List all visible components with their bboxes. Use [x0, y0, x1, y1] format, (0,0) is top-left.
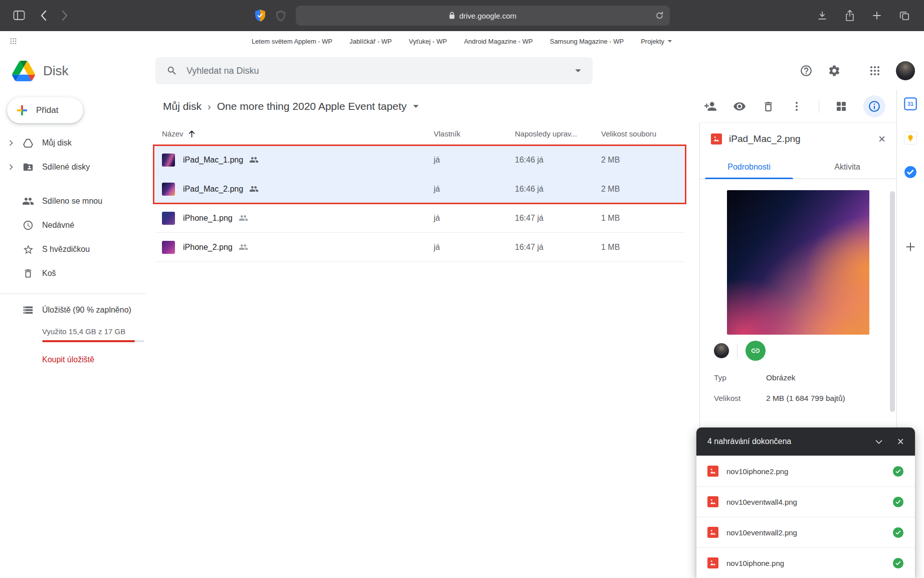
search-input[interactable] — [187, 66, 566, 76]
new-button[interactable]: Přidat — [7, 97, 83, 123]
folder-menu-caret-icon[interactable] — [413, 104, 419, 109]
share-person-add-button[interactable] — [704, 100, 717, 113]
account-avatar[interactable] — [896, 61, 915, 80]
column-header-name[interactable]: Název — [162, 129, 434, 138]
field-row: Velikost 2 MB (1 684 799 bajtů) — [714, 393, 882, 403]
file-preview-image[interactable] — [727, 190, 869, 335]
grid-view-button[interactable] — [835, 100, 847, 112]
sidebar-item-label: Nedávné — [42, 221, 74, 230]
search-options-caret-icon[interactable] — [575, 69, 582, 73]
link-sharing-icon[interactable] — [746, 341, 766, 361]
delete-button[interactable] — [762, 100, 775, 113]
my-drive-icon — [22, 137, 34, 149]
bookmark-item[interactable]: Samsung Magazine - WP — [550, 38, 624, 45]
downloads-icon[interactable] — [817, 10, 828, 21]
field-row: Typ Obrázek — [714, 373, 882, 382]
sidebar-item-starred[interactable]: S hvězdičkou — [0, 237, 152, 261]
breadcrumb-root[interactable]: Můj disk — [163, 100, 202, 112]
share-sheet-icon[interactable] — [845, 10, 855, 22]
sidebar-item-recent[interactable]: Nedávné — [0, 213, 152, 237]
close-toast-icon[interactable]: × — [897, 436, 904, 448]
forward-icon[interactable] — [62, 10, 68, 21]
privacy-shield-icon[interactable] — [276, 10, 286, 22]
drive-header: Disk — [0, 51, 924, 90]
storage-label: Úložiště (90 % zaplněno) — [42, 306, 131, 315]
new-button-label: Přidat — [36, 105, 58, 115]
sidebar-group-gap — [0, 179, 152, 189]
tab-details[interactable]: Podrobnosti — [700, 155, 798, 179]
back-icon[interactable] — [40, 10, 47, 21]
add-addon-icon[interactable] — [905, 241, 916, 252]
close-details-icon[interactable]: × — [878, 133, 885, 145]
expand-arrow-icon[interactable] — [9, 140, 22, 146]
upload-item[interactable]: nov10iphone.png — [696, 547, 915, 578]
more-actions-button[interactable] — [791, 100, 803, 112]
file-row[interactable]: iPhone_1.png já 16:47 já 1 MB — [155, 204, 684, 233]
owner-avatar[interactable] — [714, 343, 729, 358]
column-header-size[interactable]: Velikost souboru — [601, 129, 684, 138]
keep-icon[interactable] — [904, 131, 917, 144]
bookmark-folder-projekty[interactable]: Projekty — [641, 38, 672, 45]
sidebar-item-shared-with-me[interactable]: Sdíleno se mnou — [0, 189, 152, 213]
expand-arrow-icon[interactable] — [9, 164, 22, 170]
tab-activity[interactable]: Aktivita — [798, 155, 896, 179]
field-value: Obrázek — [766, 373, 796, 382]
sidebar-item-shared-drives[interactable]: Sdílené disky — [0, 155, 152, 179]
upload-item[interactable]: nov10iphone2.png — [696, 456, 915, 486]
buy-storage-button[interactable]: Koupit úložiště — [42, 355, 152, 364]
search-icon[interactable] — [166, 65, 177, 76]
file-owner: já — [434, 185, 515, 194]
browser-toolbar: drive.google.com — [0, 0, 924, 31]
browser-sidebar-icon[interactable] — [13, 10, 25, 21]
google-apps-grid-icon[interactable] — [869, 65, 881, 77]
content-blocker-shield-icon[interactable] — [255, 9, 266, 22]
details-info-button[interactable] — [863, 95, 885, 117]
upload-done-check-icon — [892, 557, 904, 569]
settings-gear-icon[interactable] — [828, 64, 841, 77]
search-bar[interactable] — [155, 57, 593, 84]
breadcrumb-separator-icon: › — [208, 101, 211, 112]
help-icon[interactable] — [800, 64, 813, 77]
collapse-toast-icon[interactable] — [873, 436, 884, 447]
bookmark-item[interactable]: Android Magazine - WP — [464, 38, 532, 45]
file-row[interactable]: iPad_Mac_2.png já 16:46 já 2 MB — [155, 175, 684, 204]
sidebar-item-trash[interactable]: Koš — [0, 261, 152, 285]
bookmarks-grid-icon[interactable] — [10, 38, 17, 45]
toolbar-divider — [819, 100, 819, 113]
shared-people-icon — [249, 155, 259, 165]
shared-people-icon — [239, 213, 248, 223]
file-modified: 16:47 já — [515, 243, 601, 252]
bookmark-item[interactable]: Vyťukej - WP — [409, 38, 447, 45]
new-tab-icon[interactable] — [872, 11, 882, 21]
shared-people-icon — [239, 242, 248, 252]
bookmark-item[interactable]: Letem světem Applem - WP — [252, 38, 332, 45]
upload-item[interactable]: nov10eventwall2.png — [696, 517, 915, 547]
preview-eye-button[interactable] — [733, 100, 746, 113]
file-name: iPhone_1.png — [183, 214, 233, 223]
drive-logo[interactable]: Disk — [12, 61, 69, 81]
column-header-modified[interactable]: Naposledy uprav... — [515, 129, 601, 138]
people-icon — [22, 195, 34, 207]
breadcrumb-current[interactable]: One more thing 2020 Apple Event tapety — [217, 100, 407, 112]
bookmark-item[interactable]: Jablíčkář - WP — [349, 38, 392, 45]
file-list: Název Vlastník Naposledy uprav... Veliko… — [152, 122, 699, 578]
sidebar-divider — [0, 294, 146, 294]
tasks-icon[interactable] — [904, 166, 917, 179]
upload-item[interactable]: nov10eventwall4.png — [696, 486, 915, 517]
calendar-icon[interactable]: 31 — [904, 97, 917, 110]
file-row[interactable]: iPad_Mac_1.png já 16:46 já 2 MB — [155, 146, 684, 175]
file-row[interactable]: iPhone_2.png já 16:47 já 1 MB — [155, 233, 684, 262]
image-file-icon — [707, 557, 718, 568]
file-owner: já — [434, 214, 515, 223]
details-scrollbar[interactable] — [890, 191, 895, 412]
address-bar[interactable]: drive.google.com — [296, 6, 670, 26]
sidebar-item-my-drive[interactable]: Můj disk — [0, 131, 152, 155]
shared-people-icon — [249, 184, 259, 194]
column-header-owner[interactable]: Vlastník — [434, 129, 515, 138]
trash-icon — [22, 268, 34, 279]
sidebar-item-storage[interactable]: Úložiště (90 % zaplněno) — [0, 298, 152, 322]
reload-icon[interactable] — [655, 12, 664, 20]
tab-overview-icon[interactable] — [899, 10, 910, 21]
drive-logo-icon — [12, 61, 35, 81]
storage-usage-text: Využito 15,4 GB z 17 GB — [0, 327, 152, 336]
